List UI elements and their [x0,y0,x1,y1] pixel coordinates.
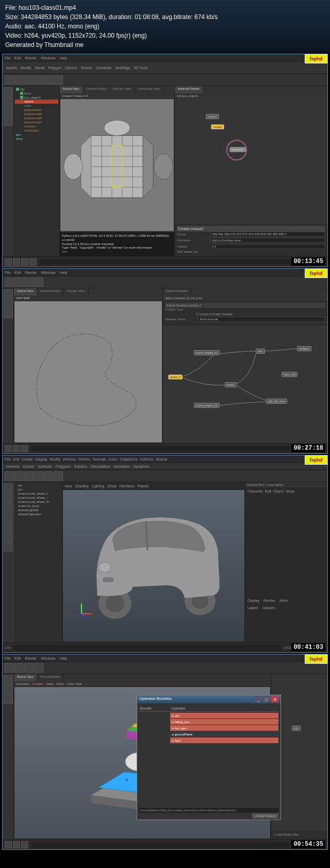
maya-viewport[interactable] [62,489,245,642]
menu-edit[interactable]: Edit [14,56,21,60]
node[interactable]: global_N [168,374,183,380]
tab-channel[interactable]: Channel Editor [83,86,110,93]
tree-item: polyextrude4 [15,120,58,124]
fxphd-logo: fxphd [305,455,327,465]
bundle-item: ▸fluid [170,738,278,743]
group-input[interactable]: 465-466 468 470 472 474 476 478-479 482 … [210,232,325,237]
left-toolbar[interactable] [3,674,14,839]
breadcrumb[interactable]: obj/box_fracture1_fx1_init_cross [163,296,327,301]
play-icon[interactable] [21,258,28,266]
operator-bundles-dialog[interactable]: Operator Bundles _□✕ BundleOperator ▸obj… [137,695,281,820]
maya-shelf[interactable] [3,470,327,482]
cmd-line[interactable]: AutodopNetwork falling_box sculpted_setu… [139,808,278,813]
svg-point-20 [98,562,111,572]
play-first-icon[interactable] [5,258,12,266]
bundle-item: ▸obj [170,713,278,718]
menu-bar[interactable]: FileEditRenderWindowsHelp [3,654,327,662]
close-icon[interactable]: ✕ [271,696,278,702]
maya-menubar[interactable]: FileEditCreateDisplayModifyWindowDeformN… [3,455,327,463]
shelf-toolbar[interactable]: Assets Modify Model Polygon Deform Textu… [3,61,327,74]
tool-icon[interactable] [5,75,14,85]
geometry-tab[interactable]: Geometry [16,682,29,685]
node[interactable]: import_tangent_02 [194,403,220,408]
vop-graph[interactable]: global_N import_tangent_01 import_tangen… [163,325,327,443]
maya-timeline[interactable]: 1.00 24.00 48.00 [3,642,327,652]
menu-bar[interactable]: FileEditRenderWindowsHelp [3,269,327,276]
tab-scene[interactable]: Scene View [60,86,83,93]
properties-panel: Crease crease2 Group465-466 468 470 472 … [175,224,327,256]
menu-windows[interactable]: Windows [41,56,55,60]
maya-outliner[interactable]: sw pro smartCarvel_wheel_fr smartCarvel_… [16,482,62,642]
timestamp: 00:27:18 [291,444,325,452]
menu-render[interactable]: Render [25,56,37,60]
rotate-icon[interactable] [4,107,13,116]
tool-icon[interactable] [34,75,43,85]
tool-icon[interactable] [54,75,63,85]
maya-toolbox[interactable] [3,482,16,642]
tree-item: shop [15,137,58,141]
node[interactable]: subdivide1 [229,147,246,152]
svg-marker-2 [143,136,153,198]
outliner-item: defaultLightSet [17,508,61,512]
node[interactable]: vis1 [292,726,301,731]
tool-icon[interactable] [14,75,24,85]
python-console[interactable]: Python 2.6.4 (r264:75706, Jul 4 2012, 11… [60,232,174,256]
timeline[interactable]: 240 [3,256,327,267]
shelf[interactable] [3,276,327,288]
play-next-icon[interactable] [29,258,37,266]
tab-composite[interactable]: Composite View [135,86,163,93]
play-prev-icon[interactable] [13,258,20,266]
vop-label: VOP SOP [16,297,30,300]
node[interactable]: add_attr_cross [266,399,287,404]
timestamp: 00:54:35 [291,840,325,848]
bundle-item: ▸box_geo [170,725,278,731]
3d-viewport[interactable] [60,99,174,232]
breadcrumb[interactable]: obj box_object1 [175,93,327,99]
node[interactable]: dot1 [256,349,265,354]
fxphd-logo: fxphd [305,654,327,664]
crease-input[interactable]: 2.4 [210,244,325,249]
node-selected[interactable]: crease2 [211,124,224,129]
menu-bar[interactable]: File Edit Render Windows Help Auto Takes [3,54,327,61]
outliner-item: pro [17,487,61,492]
menu-file[interactable]: File [5,56,10,60]
tree-item: box_object1 [15,95,58,100]
screenshot-2: fxphd FileEditRenderWindowsHelp Scene Vi… [2,268,328,454]
tool-icon[interactable] [44,75,53,85]
fxphd-logo: fxphd [305,269,327,278]
node[interactable]: crease1 [206,114,219,119]
node[interactable]: bank_mult [282,372,298,377]
node[interactable]: import_tangent_01 [194,350,220,355]
tab-render[interactable]: Render View [110,86,134,93]
bundle-item: ▸falling_box [170,719,278,725]
bundle-item: ▸groundPlane [170,731,278,737]
tree-item: polyextrude3 [15,116,58,120]
minimize-icon[interactable]: _ [255,696,262,702]
accept-button[interactable]: Accept Pattern [252,813,278,818]
shelf[interactable] [3,662,327,674]
menu-help[interactable]: Help [60,56,67,60]
move-icon[interactable] [4,97,13,106]
select-icon[interactable] [4,87,13,96]
node-graph[interactable]: crease1 crease2 subdivide1 [175,99,327,224]
maya-shelf-tabs[interactable]: GeneralCurvesSurfacesPolygonsSubdivsDefo… [3,463,327,470]
maximize-icon[interactable]: □ [263,696,270,702]
tree-item: geo [15,133,58,137]
scene-tree[interactable]: obj box1 box_object1 xform1 cube polyext… [14,86,60,256]
props-title: Crease crease2 [177,226,325,232]
3d-viewport[interactable] [14,301,162,443]
tool-icon[interactable] [24,75,34,85]
shelf-icons[interactable] [3,74,327,86]
scale-icon[interactable] [4,117,13,126]
node[interactable]: cross1 [225,382,237,387]
timeline-slider[interactable] [40,259,317,265]
left-toolbar[interactable] [3,86,14,256]
outliner-item: sw [17,483,61,487]
tree-item: polyextrude2 [15,112,58,116]
left-toolbar[interactable] [3,288,14,443]
tree-item: box1 [15,91,58,95]
timeline[interactable]: 240 [3,839,327,849]
node[interactable]: multiply1 [297,346,311,351]
timeline[interactable]: 240 [3,443,327,453]
operation-select[interactable]: Add to Existing value [210,238,325,243]
